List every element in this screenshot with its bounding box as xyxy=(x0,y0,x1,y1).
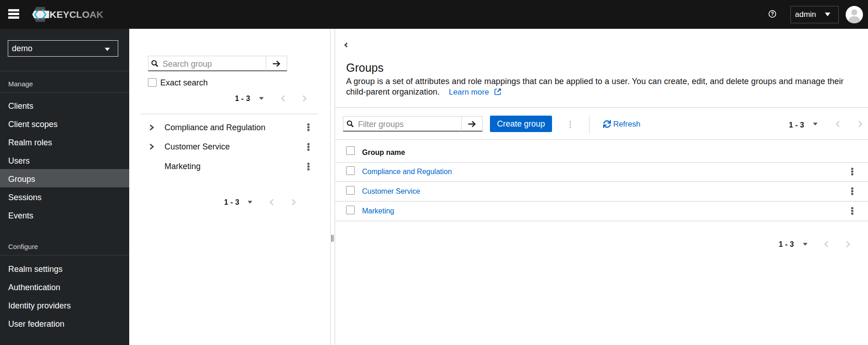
svg-text:?: ? xyxy=(771,11,774,16)
svg-text:KEYCLOAK: KEYCLOAK xyxy=(50,9,104,20)
